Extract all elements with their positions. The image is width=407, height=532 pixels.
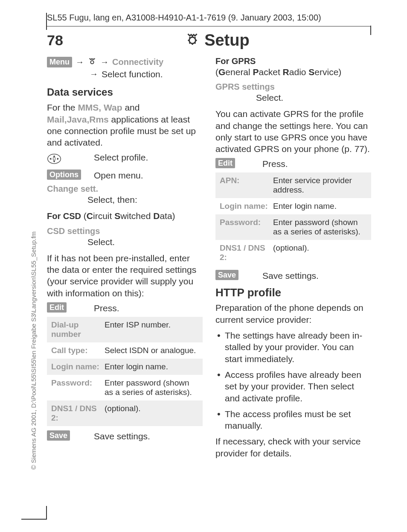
for-csd-line: For CSD (Circuit Switched Data) bbox=[47, 210, 203, 222]
table-key: Password: bbox=[51, 378, 105, 397]
table-key: Password: bbox=[220, 218, 273, 237]
mms-wap-label: MMS, Wap bbox=[78, 102, 122, 112]
crop-mark-bottom-line bbox=[21, 519, 47, 520]
table-row: Call type:Select ISDN or ana­logue. bbox=[47, 342, 203, 359]
list-item: The access profiles must be set manually… bbox=[215, 408, 371, 432]
svg-rect-7 bbox=[53, 158, 55, 160]
page-number: 78 bbox=[47, 32, 63, 49]
select-profile-text: Select profile. bbox=[94, 152, 203, 163]
phonekey-icon bbox=[47, 152, 85, 167]
edit-pill: Edit bbox=[215, 158, 235, 168]
select-function-text: Select function. bbox=[102, 68, 163, 80]
table-val: Enter ISP number. bbox=[105, 320, 198, 339]
table-row: DNS1 / DNS 2:(optional). bbox=[215, 240, 371, 266]
svg-point-1 bbox=[90, 61, 93, 64]
select-profile-row: Select profile. bbox=[47, 152, 203, 167]
gprs-table: APN:Enter service provider address. Logi… bbox=[215, 172, 371, 266]
table-row: Password:Enter password (shown as a seri… bbox=[215, 214, 371, 240]
svg-marker-3 bbox=[53, 155, 55, 157]
data-services-para: For the MMS, Wap and Mail,Java,Rms appli… bbox=[47, 102, 203, 148]
edit-row-left: Edit Press. bbox=[47, 303, 203, 313]
csd-desc: If it has not been pre-installed, enter … bbox=[47, 252, 203, 299]
change-sett-label: Change sett. bbox=[47, 184, 203, 194]
title-text: Setup bbox=[204, 31, 250, 50]
gprs-desc: You can activate GPRS for the profile an… bbox=[215, 108, 371, 155]
arrow-icon: → bbox=[76, 57, 84, 67]
columns: Menu → → Connectivity → Select function.… bbox=[47, 56, 371, 463]
gprs-select-text: Select. bbox=[215, 93, 371, 103]
gprs-settings-label: GPRS settings bbox=[215, 82, 371, 92]
setup-small-gear-icon bbox=[87, 56, 97, 67]
edit-row-right: Edit Press. bbox=[215, 159, 371, 169]
and-text: and bbox=[122, 102, 140, 112]
page-content: SL55 Fugu, lang en, A31008-H4910-A1-1-76… bbox=[47, 13, 371, 463]
setup-gear-icon bbox=[185, 31, 200, 50]
csd-table: Dial-up numberEnter ISP number. Call typ… bbox=[47, 317, 203, 426]
table-row: Dial-up numberEnter ISP number. bbox=[47, 317, 203, 342]
side-copyright: © Siemens AG 2001, D:\Pool\L55\SI55\en F… bbox=[30, 231, 37, 470]
table-row: APN:Enter service provider address. bbox=[215, 172, 371, 198]
list-item: Access profiles have already been set by… bbox=[215, 369, 371, 404]
title-row: 78 Setup bbox=[47, 31, 371, 50]
svg-marker-4 bbox=[53, 161, 55, 163]
options-row: Options Open menu. bbox=[47, 170, 203, 181]
list-item: The settings have already been in­stalle… bbox=[215, 330, 371, 365]
data-services-heading: Data services bbox=[47, 86, 203, 98]
select-then-text: Select, then: bbox=[47, 195, 203, 205]
table-val: Select ISDN or ana­logue. bbox=[105, 346, 198, 355]
table-val: Enter password (shown as a series of ast… bbox=[273, 218, 367, 237]
table-val: Enter service provider address. bbox=[273, 176, 367, 195]
arrow-icon: → bbox=[90, 69, 98, 79]
table-val: Enter password (shown as a series of ast… bbox=[105, 378, 198, 397]
right-column: For GPRS (General Packet Radio Service) … bbox=[215, 56, 371, 463]
save-settings-text: Save settings. bbox=[262, 271, 371, 281]
gprs-full-text: (General Packet Radio Service) bbox=[215, 66, 371, 78]
csd-settings-label: CSD settings bbox=[47, 226, 203, 236]
header-divider bbox=[47, 26, 371, 26]
http-outro: If necessary, check with your service pr… bbox=[215, 436, 371, 459]
table-key: Call type: bbox=[51, 346, 105, 355]
table-row: DNS1 / DNS 2:(optional). bbox=[47, 400, 203, 426]
options-pill: Options bbox=[47, 170, 81, 180]
table-row: Login name:Enter login name. bbox=[47, 359, 203, 375]
table-row: Password:Enter password (shown as a seri… bbox=[47, 375, 203, 400]
for-csd-label: For CSD bbox=[47, 211, 81, 221]
arrow-icon: → bbox=[100, 57, 109, 67]
connectivity-label: Connectivity bbox=[112, 57, 163, 67]
http-profile-heading: HTTP profile bbox=[215, 286, 371, 299]
save-row-left: Save Save settings. bbox=[47, 431, 203, 441]
table-key: DNS1 / DNS 2: bbox=[51, 404, 105, 423]
header-line-text: SL55 Fugu, lang en, A31008-H4910-A1-1-76… bbox=[47, 13, 371, 23]
http-bullet-list: The settings have already been in­stalle… bbox=[215, 330, 371, 431]
http-intro: Preparation of the phone depends on curr… bbox=[215, 302, 371, 325]
save-row-right: Save Save settings. bbox=[215, 271, 371, 281]
table-key: DNS1 / DNS 2: bbox=[220, 243, 273, 262]
table-row: Login name:Enter login name. bbox=[215, 198, 371, 214]
svg-marker-6 bbox=[57, 158, 59, 160]
page-title: Setup bbox=[63, 31, 371, 50]
left-column: Menu → → Connectivity → Select function.… bbox=[47, 56, 203, 463]
press-text: Press. bbox=[262, 159, 371, 169]
table-val: Enter login name. bbox=[273, 202, 367, 211]
mail-java-label: Mail,Java,Rms bbox=[47, 114, 109, 124]
csd-full-text: (Circuit Switched Data) bbox=[81, 211, 175, 221]
edit-pill: Edit bbox=[47, 302, 67, 313]
save-pill: Save bbox=[47, 430, 70, 441]
save-pill: Save bbox=[215, 270, 238, 280]
menu-path-line1: Menu → → Connectivity bbox=[47, 56, 203, 67]
for-gprs-label: For GPRS bbox=[215, 56, 371, 66]
table-key: Dial-up number bbox=[51, 320, 105, 339]
table-val: Enter login name. bbox=[105, 362, 198, 371]
press-text: Press. bbox=[94, 303, 203, 313]
menu-pill: Menu bbox=[47, 57, 72, 67]
table-val: (optional). bbox=[273, 243, 367, 262]
open-menu-text: Open menu. bbox=[94, 170, 203, 181]
table-key: APN: bbox=[220, 176, 273, 195]
for-the-text: For the bbox=[47, 102, 78, 112]
table-key: Login name: bbox=[220, 202, 273, 211]
csd-select-text: Select. bbox=[47, 237, 203, 247]
table-key: Login name: bbox=[51, 362, 105, 371]
menu-path-line2: → Select function. bbox=[47, 68, 203, 80]
crop-mark-bottom-tick bbox=[46, 506, 47, 519]
save-settings-text: Save settings. bbox=[94, 431, 203, 441]
